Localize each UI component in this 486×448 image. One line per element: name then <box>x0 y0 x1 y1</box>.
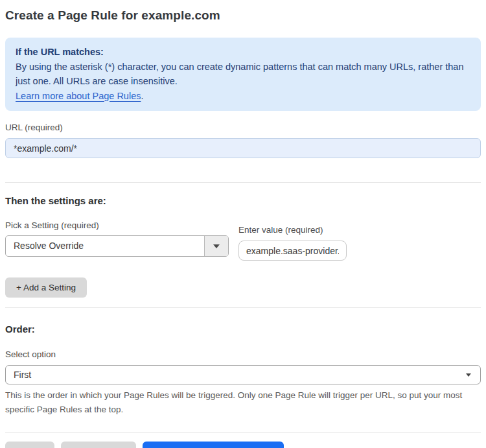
info-box-heading: If the URL matches: <box>16 45 470 60</box>
order-select-label: Select option <box>5 349 481 360</box>
actions-row: Cancel Save as Draft Save and Deploy Pag… <box>5 442 481 448</box>
url-field-label: URL (required) <box>5 123 481 133</box>
order-select-value: First <box>6 370 466 380</box>
setting-value-label: Enter value (required) <box>238 225 347 235</box>
order-section-heading: Order: <box>5 324 481 335</box>
setting-select[interactable]: Resolve Override <box>5 235 229 257</box>
add-setting-button[interactable]: + Add a Setting <box>5 277 87 298</box>
create-page-rule-panel: Create a Page Rule for example.com If th… <box>0 0 486 448</box>
order-help-text: This is the order in which your Page Rul… <box>5 388 481 416</box>
settings-section-heading: Then the settings are: <box>5 195 481 207</box>
setting-value-input[interactable] <box>238 241 347 261</box>
cancel-button[interactable]: Cancel <box>5 442 54 448</box>
chevron-down-icon <box>213 244 220 248</box>
order-select-arrow <box>466 373 480 377</box>
setting-select-arrow-button[interactable] <box>204 236 228 256</box>
setting-picker-label: Pick a Setting (required) <box>5 220 229 231</box>
order-select[interactable]: First <box>5 365 481 384</box>
settings-row: Pick a Setting (required) Resolve Overri… <box>5 220 481 261</box>
setting-picker-column: Pick a Setting (required) Resolve Overri… <box>5 220 229 261</box>
divider <box>5 307 481 308</box>
info-box-body: By using the asterisk (*) character, you… <box>16 60 470 104</box>
page-title: Create a Page Rule for example.com <box>5 8 481 23</box>
url-input[interactable] <box>5 138 481 158</box>
divider <box>5 432 481 433</box>
url-match-info-box: If the URL matches: By using the asteris… <box>5 38 481 111</box>
save-as-draft-button[interactable]: Save as Draft <box>61 442 136 448</box>
learn-more-link[interactable]: Learn more about Page Rules <box>16 91 141 101</box>
chevron-down-icon <box>466 373 471 377</box>
save-and-deploy-button[interactable]: Save and Deploy Page Rule <box>143 442 284 448</box>
setting-select-value: Resolve Override <box>6 236 204 256</box>
link-period: . <box>141 91 143 101</box>
divider <box>5 182 481 183</box>
setting-value-column: Enter value (required) <box>238 220 347 261</box>
